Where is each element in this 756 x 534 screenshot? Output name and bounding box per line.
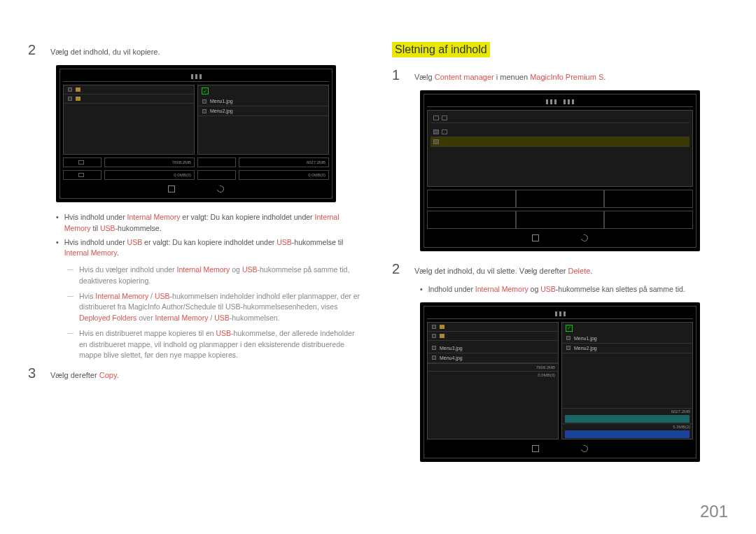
file-label: Menu2.jpg [210,108,233,113]
footer-bar [427,232,693,244]
menu-item [430,127,690,137]
step-number: 2 [392,261,406,277]
return-icon [168,185,175,192]
note: Hvis Internal Memory / USB-hukommelsen i… [67,291,364,324]
step-number: 2 [28,42,42,58]
step-number: 3 [28,365,42,381]
section-title: Sletning af indhold [392,42,490,57]
step-2: 2 Vælg det indhold, du vil slette. Vælg … [392,261,728,277]
bullet: Hvis indhold under Internal Memory er va… [56,212,364,234]
file-label: Menu4.jpg [440,356,463,360]
file-label: Menu3.jpg [440,346,463,351]
step-2-text: Vælg det indhold, du vil slette. Vælg de… [414,261,592,277]
status-cell: 6027.2MB [239,157,329,167]
status-cell: 0.0MB(0) [104,170,195,180]
step-3-text: Vælg derefter Copy. [50,365,119,381]
list-item: Menu1.jpg [562,334,692,344]
status-cell [197,157,236,167]
return-icon [532,234,539,241]
bottom-grid [427,190,693,208]
list-item: Menu1.jpg [198,97,328,106]
status-cell: 7698.2MB [104,157,195,167]
refresh-icon [216,184,225,194]
status-cell [197,170,236,180]
right-column: Sletning af indhold 1 Vælg Content manag… [392,42,728,472]
bullet: Hvis indhold under USB er valgt: Du kan … [56,237,364,260]
list-item: Menu2.jpg [198,106,328,116]
status-cell [63,170,102,180]
note: Hvis du vælger indhold under Internal Me… [67,265,364,287]
list-item [428,332,558,341]
footer-bar [63,183,329,195]
top-bar [63,72,329,82]
top-bar [427,309,693,319]
refresh-icon [580,444,589,454]
step-1-text: Vælg Content manager i menuen MagicInfo … [414,67,606,83]
list-item: Menu2.jpg [562,344,692,353]
step-number: 1 [392,67,406,83]
file-label: Menu1.jpg [210,99,233,104]
file-label: Menu1.jpg [574,336,597,341]
menu-item [430,113,690,123]
step-1: 1 Vælg Content manager i menuen MagicInf… [392,67,728,83]
list-item: Menu4.jpg [428,353,558,363]
status-cell: 7698.2MB [428,363,558,371]
refresh-icon [580,233,589,243]
check-icon: ✓ [202,87,209,94]
step-3: 3 Vælg derefter Copy. [28,365,364,381]
note: Hvis en distribueret mappe kopieres til … [67,328,364,361]
status-cell: 0.0MB(0) [428,371,558,379]
status-cell: 0.0MB(0) [239,170,329,180]
screenshot-content-manager [420,90,700,251]
screenshot-delete-select: Menu3.jpg Menu4.jpg 7698.2MB 0.0MB(0) ✓ … [420,302,700,462]
check-icon: ✓ [566,325,573,332]
screenshot-copy-select: ✓ Menu1.jpg Menu2.jpg 7698.2MB 6027.2MB … [56,65,336,202]
file-label: Menu2.jpg [574,346,597,351]
bullet-list: Hvis indhold under Internal Memory er va… [56,212,364,259]
right-panel: ✓ Menu1.jpg Menu2.jpg 6027.2MB 5.3MB(2) [561,322,693,440]
step-2: 2 Vælg det indhold, du vil kopiere. [28,42,364,58]
step-2-text: Vælg det indhold, du vil kopiere. [50,42,160,58]
bottom-grid [427,211,693,229]
footer-bar [427,442,693,455]
left-panel [63,85,195,155]
menu-panel [427,110,693,187]
status-cell: 5.3MB(2) [562,423,692,430]
note-list: Hvis du vælger indhold under Internal Me… [67,265,364,361]
bullet: Indhold under Internal Memory og USB-huk… [420,284,728,295]
list-item [64,85,194,94]
list-item [64,94,194,104]
list-item: Menu3.jpg [428,344,558,353]
return-icon [532,445,539,452]
right-panel: ✓ Menu1.jpg Menu2.jpg [197,85,329,155]
status-cell: 6027.2MB [562,408,692,414]
action-button [565,430,690,438]
left-panel: Menu3.jpg Menu4.jpg 7698.2MB 0.0MB(0) [427,322,559,440]
status-cell [63,157,102,167]
page-number: 201 [700,502,728,521]
top-bar [427,97,693,107]
menu-item-selected [430,137,690,147]
action-button [565,415,690,423]
list-item [428,323,558,332]
bullet-list: Indhold under Internal Memory og USB-huk… [420,284,728,295]
left-column: 2 Vælg det indhold, du vil kopiere. ✓ Me… [28,42,364,472]
